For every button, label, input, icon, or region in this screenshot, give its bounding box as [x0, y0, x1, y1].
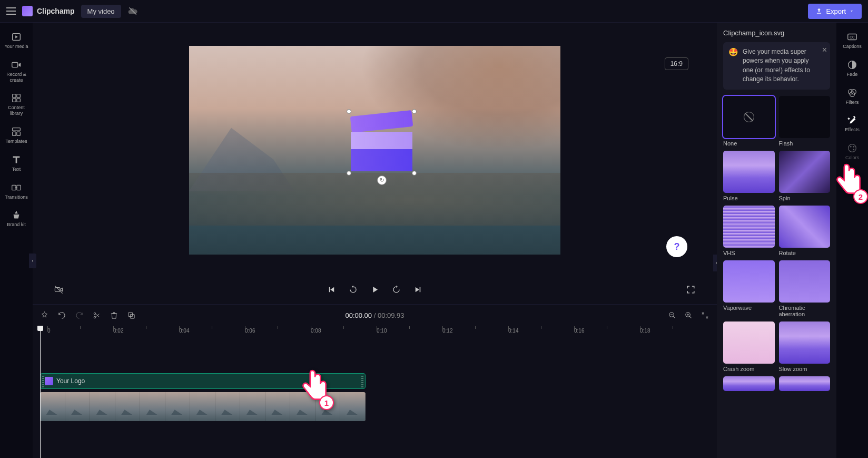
upload-icon: [815, 7, 823, 15]
tracks-area[interactable]: 00:020:040:060:080:100:120:140:160:18 Yo…: [33, 326, 717, 458]
time-ruler[interactable]: 00:020:040:060:080:100:120:140:160:18: [47, 328, 709, 342]
transport-controls: [33, 277, 717, 304]
redo-icon[interactable]: [75, 311, 84, 320]
duplicate-icon[interactable]: [127, 311, 136, 320]
timecode: 00:00.00 / 00:09.93: [345, 311, 404, 319]
ruler-tick: 0:18: [640, 328, 650, 334]
nav-text[interactable]: Text: [0, 151, 33, 176]
effect-thumb: [723, 260, 775, 303]
svg-rect-6: [13, 128, 21, 131]
brand-name: Clipchamp: [37, 7, 75, 15]
rotate-handle[interactable]: ↻: [377, 176, 387, 185]
selected-element[interactable]: ↻: [351, 113, 412, 171]
svg-point-29: [849, 144, 856, 152]
timeline: 00:00.00 / 00:09.93 00:020:040:060:080:1…: [33, 304, 717, 458]
playhead[interactable]: [40, 326, 41, 458]
rtab-captions[interactable]: CCCaptions: [836, 28, 868, 53]
rewind-button[interactable]: [348, 285, 358, 295]
effect-crash-zoom[interactable]: Crash zoom: [723, 321, 775, 372]
clip-logo-icon: [45, 377, 53, 385]
forward-button[interactable]: [391, 285, 401, 295]
effect-label: Chromatic aberration: [779, 305, 831, 317]
export-label: Export: [826, 7, 846, 15]
ruler-tick: 0:02: [113, 328, 123, 334]
effect-vhs[interactable]: VHS: [723, 206, 775, 256]
effect-label: None: [723, 140, 775, 147]
svg-rect-1: [12, 62, 18, 67]
effect-more[interactable]: [779, 376, 831, 393]
ruler-tick: 0:08: [311, 328, 321, 334]
effect-label: Crash zoom: [723, 366, 775, 372]
play-button[interactable]: [370, 285, 380, 295]
ruler-tick: 0: [47, 328, 51, 334]
effect-label: Flash: [779, 140, 831, 147]
effect-thumb: [779, 260, 831, 303]
effect-label: VHS: [723, 250, 775, 256]
aspect-ratio-badge[interactable]: 16:9: [665, 57, 688, 70]
svg-rect-5: [17, 99, 20, 102]
fullscreen-icon[interactable]: [686, 285, 696, 295]
auto-icon[interactable]: [40, 311, 49, 320]
top-bar: Clipchamp My video Export: [0, 0, 868, 23]
left-rail: Your media Record & create Content libra…: [0, 23, 33, 458]
preview-canvas[interactable]: ↻: [189, 46, 560, 255]
nav-transitions[interactable]: Transitions: [0, 179, 33, 203]
ruler-tick: 0:14: [508, 328, 518, 334]
svg-rect-2: [13, 94, 16, 98]
nav-brand-kit[interactable]: Brand kit: [0, 206, 33, 231]
split-icon[interactable]: [92, 311, 101, 320]
effect-thumb: [723, 321, 775, 364]
help-button[interactable]: ?: [666, 236, 687, 257]
zoom-fit-icon[interactable]: [701, 311, 709, 320]
effect-slow-zoom[interactable]: Slow zoom: [779, 321, 831, 372]
nav-templates[interactable]: Templates: [0, 123, 33, 148]
nav-record-create[interactable]: Record & create: [0, 56, 33, 86]
effect-label: Pulse: [723, 195, 775, 201]
rtab-filters[interactable]: Filters: [836, 84, 868, 109]
undo-icon[interactable]: [57, 311, 66, 320]
svg-point-30: [850, 146, 852, 148]
zoom-in-icon[interactable]: [684, 311, 693, 320]
delete-icon[interactable]: [110, 311, 119, 320]
tip-emoji-icon: 🤩: [728, 47, 738, 84]
effect-thumb: [723, 151, 775, 193]
effect-none[interactable]: None: [723, 96, 775, 147]
sync-off-icon[interactable]: [127, 6, 138, 16]
effect-more[interactable]: [723, 376, 775, 393]
effect-flash[interactable]: Flash: [779, 96, 831, 147]
svg-rect-7: [13, 132, 16, 135]
app-logo[interactable]: Clipchamp: [22, 6, 75, 16]
decor-grass: [189, 173, 560, 226]
video-name-field[interactable]: My video: [81, 5, 121, 18]
close-tip-button[interactable]: ×: [822, 45, 827, 55]
rtab-colors[interactable]: Colors: [836, 139, 868, 164]
effect-thumb: [779, 96, 831, 138]
svg-text:CC: CC: [850, 35, 855, 39]
effect-thumb: [723, 96, 775, 138]
camera-off-icon[interactable]: [54, 285, 64, 295]
ruler-tick: 0:04: [179, 328, 189, 334]
svg-point-18: [94, 316, 96, 318]
ruler-tick: 0:10: [377, 328, 387, 334]
selection-handles[interactable]: [349, 111, 415, 173]
zoom-out-icon[interactable]: [668, 311, 677, 320]
rtab-effects[interactable]: Effects: [836, 111, 868, 136]
effect-rotate[interactable]: Rotate: [779, 206, 831, 256]
effect-vaporwave[interactable]: Vaporwave: [723, 260, 775, 317]
nav-your-media[interactable]: Your media: [0, 28, 33, 53]
prev-button[interactable]: [327, 285, 337, 295]
svg-rect-9: [12, 185, 16, 190]
tutorial-pointer-2: 2: [832, 163, 865, 201]
logo-icon: [22, 6, 33, 16]
right-rail: CCCaptions Fade Filters Effects Colors 2: [836, 23, 868, 458]
effect-chromatic-aberration[interactable]: Chromatic aberration: [779, 260, 831, 317]
nav-content-library[interactable]: Content library: [0, 89, 33, 120]
menu-icon[interactable]: [6, 7, 16, 15]
effect-thumb: [779, 321, 831, 364]
effect-pulse[interactable]: Pulse: [723, 151, 775, 201]
ruler-tick: 0:06: [245, 328, 255, 334]
next-button[interactable]: [413, 285, 423, 295]
effect-spin[interactable]: Spin: [779, 151, 831, 201]
rtab-fade[interactable]: Fade: [836, 56, 868, 81]
export-button[interactable]: Export: [808, 4, 862, 19]
